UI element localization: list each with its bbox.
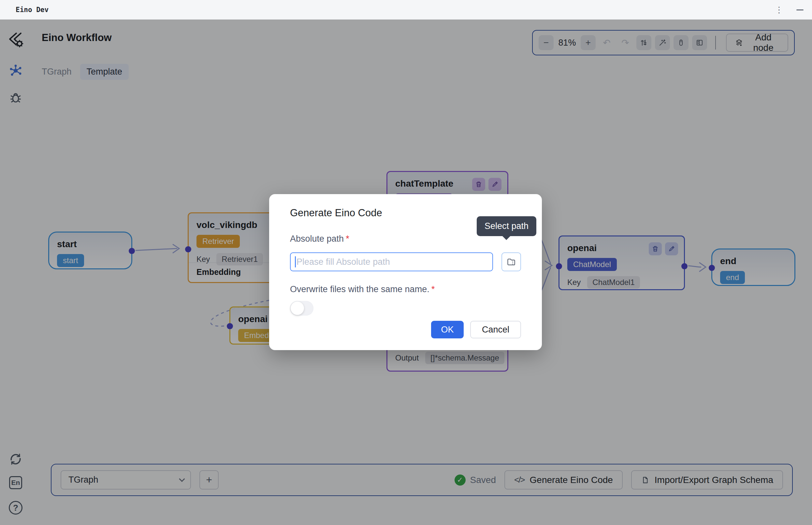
folder-icon [506, 257, 516, 267]
app-window: start start volc_vikingdb Retriever Key … [0, 0, 812, 525]
window-menu-button[interactable]: ⋮ [775, 5, 783, 14]
overwrite-toggle[interactable] [290, 301, 313, 316]
absolute-path-input[interactable] [290, 252, 493, 271]
window-minimize-button[interactable] [796, 10, 803, 11]
required-asterisk: * [346, 234, 349, 244]
cancel-button[interactable]: Cancel [470, 321, 521, 339]
select-path-button[interactable] [501, 252, 521, 271]
select-path-tooltip: Select path [477, 216, 536, 236]
tooltip-text: Select path [485, 221, 529, 231]
toggle-knob [291, 302, 304, 315]
window-title: Eino Dev [16, 6, 48, 14]
overwrite-field-label: Overwrite files with the same name.* [290, 284, 521, 295]
path-label-text: Absolute path [290, 234, 344, 244]
text-caret [295, 256, 296, 267]
os-title-bar: Eino Dev ⋮ [0, 0, 812, 19]
tooltip-arrow [502, 236, 511, 240]
ok-button[interactable]: OK [431, 321, 464, 339]
required-asterisk: * [431, 284, 435, 294]
overwrite-label-text: Overwrite files with the same name. [290, 284, 429, 294]
